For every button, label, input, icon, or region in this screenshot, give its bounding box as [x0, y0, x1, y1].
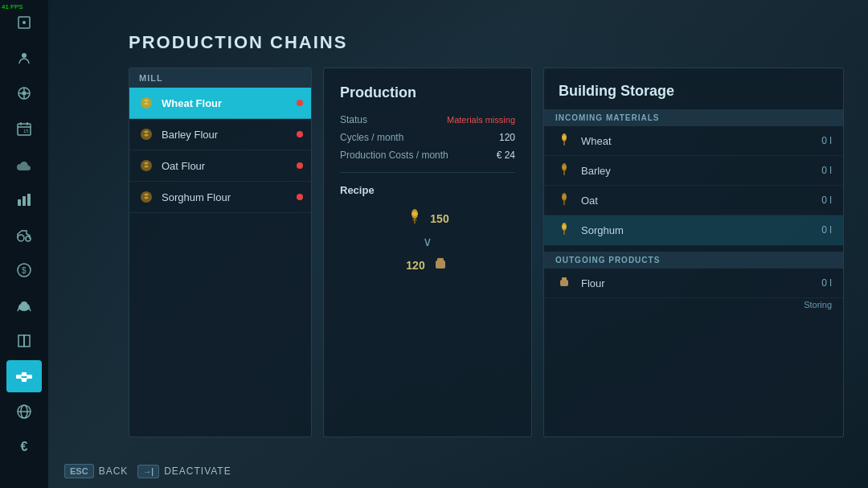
sorghum-storage-icon	[555, 221, 573, 239]
storage-row-oat: Oat 0 l	[544, 186, 843, 215]
flour-storage-amount: 0 l	[821, 277, 832, 289]
oat-storage-icon	[555, 191, 573, 209]
sidebar-item-book[interactable]	[6, 325, 42, 357]
mill-item-barley-flour[interactable]: Barley Flour	[129, 119, 311, 150]
mill-item-wheat-flour[interactable]: Wheat Flour	[129, 88, 311, 119]
deactivate-label: DEACTIVATE	[164, 465, 231, 477]
barley-storage-icon	[555, 162, 573, 179]
mill-section-header: MILL	[129, 68, 311, 88]
recipe-input-amount: 150	[430, 212, 448, 225]
sidebar-item-money[interactable]: $	[6, 254, 42, 286]
sorghum-storage-name: Sorghum	[581, 224, 813, 236]
oat-flour-label: Oat Flour	[162, 160, 290, 172]
status-row: Status Materials missing	[340, 114, 515, 125]
wheat-flour-label: Wheat Flour	[162, 97, 290, 109]
recipe-input: 150	[406, 207, 448, 229]
svg-rect-14	[18, 199, 21, 206]
oat-flour-status	[297, 162, 303, 169]
production-panel: Production Status Materials missing Cycl…	[323, 68, 532, 437]
oat-storage-amount: 0 l	[821, 195, 832, 206]
cycles-label: Cycles / month	[340, 132, 403, 143]
mill-item-sorghum-flour[interactable]: Sorghum Flour	[129, 182, 311, 213]
svg-point-2	[22, 53, 27, 58]
svg-text:$: $	[22, 266, 27, 275]
sidebar-item-livestock[interactable]	[6, 289, 42, 322]
storage-row-wheat: Wheat 0 l	[544, 126, 843, 156]
sidebar-item-chart[interactable]	[6, 183, 42, 215]
wheat-storage-icon	[555, 132, 573, 150]
sidebar-item-tractor[interactable]	[6, 219, 42, 251]
sorghum-flour-status	[297, 194, 303, 200]
svg-rect-41	[437, 258, 444, 261]
svg-point-4	[23, 92, 26, 95]
sidebar-item-calendar[interactable]: 15	[6, 113, 42, 145]
svg-rect-24	[22, 372, 27, 376]
svg-line-27	[21, 375, 22, 377]
svg-rect-40	[436, 260, 445, 269]
storage-row-sorghum: Sorghum 0 l	[544, 215, 843, 245]
sidebar-item-euro[interactable]: €	[6, 431, 42, 463]
barley-storage-amount: 0 l	[821, 165, 832, 176]
building-storage-title: Building Storage	[544, 68, 843, 109]
costs-row: Production Costs / month € 24	[340, 150, 515, 161]
outgoing-products-header: OUTGOING PRODUCTS	[544, 252, 843, 269]
svg-point-1	[23, 21, 26, 24]
svg-line-30	[27, 376, 27, 380]
grain-icon	[406, 207, 424, 229]
back-label: BACK	[99, 465, 129, 477]
page-title: PRODUCTION CHAINS	[129, 32, 844, 53]
back-button[interactable]: ESC BACK	[64, 464, 128, 478]
recipe-label: Recipe	[340, 184, 515, 196]
oat-storage-name: Oat	[581, 195, 813, 207]
status-label: Status	[340, 114, 367, 125]
flour-storage-name: Flour	[581, 277, 813, 289]
svg-text:15: 15	[23, 129, 29, 133]
sorghum-flour-label: Sorghum Flour	[162, 191, 290, 203]
cycles-value: 120	[499, 132, 515, 143]
recipe-output-amount: 120	[406, 259, 424, 272]
svg-rect-25	[22, 378, 27, 382]
sidebar-item-globe[interactable]	[6, 396, 42, 428]
cycles-row: Cycles / month 120	[340, 132, 515, 143]
sidebar-item-production[interactable]	[6, 360, 42, 392]
svg-rect-23	[16, 375, 21, 379]
sidebar: 15 $ €	[0, 0, 48, 488]
storage-row-barley: Barley 0 l	[544, 156, 843, 186]
deactivate-key: →|	[137, 465, 159, 478]
wheat-storage-amount: 0 l	[821, 135, 832, 146]
wheat-storage-name: Wheat	[581, 135, 813, 147]
sorghum-storage-amount: 0 l	[821, 224, 832, 236]
svg-point-17	[18, 235, 24, 241]
back-key: ESC	[64, 464, 94, 478]
flour-sub-text: Storing	[804, 300, 832, 310]
deactivate-button[interactable]: →| DEACTIVATE	[137, 464, 231, 478]
flour-icon	[432, 254, 449, 276]
costs-label: Production Costs / month	[340, 150, 448, 161]
mill-item-oat-flour[interactable]: Oat Flour	[129, 150, 311, 182]
panels-container: MILL Wheat Flour	[129, 68, 844, 437]
oat-flour-icon	[137, 157, 155, 174]
recipe-output: 120	[406, 254, 448, 276]
barley-flour-label: Barley Flour	[162, 129, 290, 141]
building-storage-panel: Building Storage INCOMING MATERIALS Whea…	[543, 68, 844, 437]
costs-value: € 24	[497, 150, 515, 161]
svg-rect-15	[23, 196, 26, 206]
storage-row-flour: Flour 0 l	[544, 269, 843, 298]
barley-flour-status	[297, 131, 303, 137]
wheat-flour-status	[297, 100, 303, 106]
flour-storage-icon	[555, 274, 573, 292]
barley-storage-name: Barley	[581, 165, 813, 177]
wheat-flour-icon	[137, 94, 155, 112]
mill-panel: MILL Wheat Flour	[129, 68, 312, 437]
sidebar-item-wheel[interactable]	[6, 77, 42, 109]
svg-rect-50	[560, 280, 568, 286]
divider	[340, 172, 515, 173]
sidebar-item-map[interactable]	[6, 6, 42, 39]
sidebar-item-weather[interactable]	[6, 148, 42, 180]
sidebar-item-people[interactable]	[6, 42, 42, 74]
sorghum-flour-icon	[137, 188, 155, 206]
incoming-materials-header: INCOMING MATERIALS	[544, 109, 843, 126]
recipe-arrow: ∨	[423, 234, 432, 249]
recipe-area: 150 ∨ 120	[340, 207, 515, 276]
svg-rect-26	[27, 375, 32, 379]
